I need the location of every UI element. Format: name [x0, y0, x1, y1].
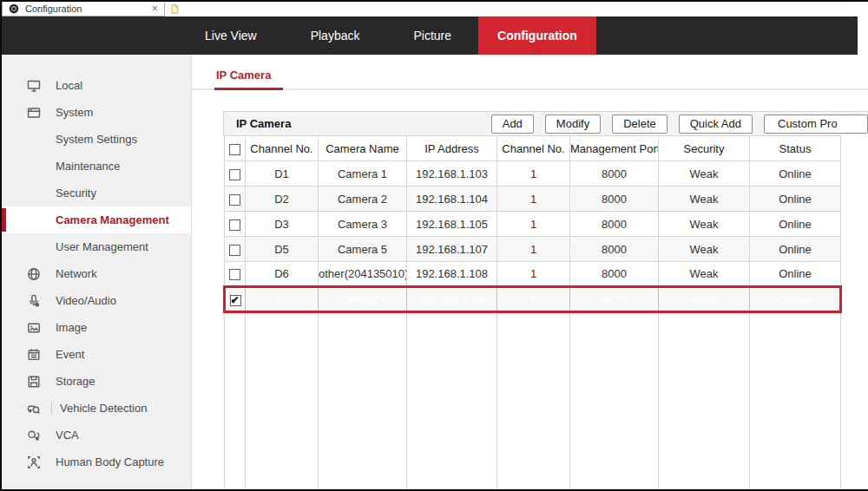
- top-navbar: Live View Playback Picture Configuration: [2, 16, 858, 55]
- nav-item-configuration[interactable]: Configuration: [478, 16, 596, 55]
- vehicle-detection-icon: [26, 401, 43, 416]
- empty-table-area: [225, 312, 841, 491]
- custom-protocol-button[interactable]: Custom Pro: [764, 115, 868, 134]
- sidebar-item-label: Video/Audio: [56, 294, 116, 307]
- active-indicator-bar: [2, 208, 6, 232]
- column-header: IP Address: [407, 136, 497, 161]
- table-cell: 192.168.1.108: [407, 262, 497, 287]
- table-row[interactable]: D2 Camera 2 192.168.1.104 1 8000 Weak On…: [225, 187, 841, 212]
- table-cell: D5: [246, 237, 319, 262]
- column-header: Management Port: [570, 136, 659, 161]
- table-cell: 192.168.1.86: [407, 287, 497, 312]
- sidebar-item-system[interactable]: System: [2, 99, 191, 126]
- table-row[interactable]: D6 other(204135010) 192.168.1.108 1 8000…: [225, 262, 841, 287]
- sidebar-item-network[interactable]: Network: [2, 260, 191, 287]
- column-header: Security: [659, 136, 750, 161]
- row-checkbox[interactable]: [229, 245, 240, 256]
- browser-tab[interactable]: Configuration ×: [2, 2, 165, 16]
- sidebar-item-video-audio[interactable]: Video/Audio: [2, 287, 191, 314]
- nav-item-playback[interactable]: Playback: [284, 16, 387, 55]
- table-cell: 1: [497, 262, 570, 287]
- sidebar-item-image[interactable]: Image: [2, 314, 191, 341]
- table-cell: Camera 3: [319, 212, 407, 237]
- network-icon: [26, 266, 43, 282]
- sidebar-item-event[interactable]: Event: [2, 341, 191, 368]
- tab-ip-camera[interactable]: IP Camera: [214, 69, 283, 90]
- new-tab-page-icon: [170, 3, 180, 15]
- table-cell: 192.168.1.103: [407, 161, 497, 187]
- divider: [51, 402, 52, 415]
- table-row[interactable]: D3 Camera 3 192.168.1.105 1 8000 Weak On…: [225, 212, 841, 237]
- table-cell: Camera 2: [319, 187, 407, 212]
- human-body-capture-icon: [26, 455, 43, 470]
- delete-button[interactable]: Delete: [612, 115, 667, 134]
- table-cell: 192.168.1.105: [407, 212, 497, 237]
- sidebar-item-label: User Management: [56, 240, 148, 253]
- table-cell: 8000: [570, 161, 659, 187]
- table-cell: 8000: [570, 212, 659, 237]
- new-tab-button[interactable]: [165, 2, 184, 16]
- sidebar-item-label: System: [56, 106, 93, 119]
- nav-item-live-view[interactable]: Live View: [178, 16, 284, 55]
- sidebar-item-user-management[interactable]: User Management: [2, 233, 191, 260]
- quick-add-button[interactable]: Quick Add: [679, 115, 753, 134]
- toolbar-buttons: Add Modify Delete Quick Add Custom Pro: [491, 115, 868, 134]
- sidebar-item-vehicle-detection[interactable]: Vehicle Detection: [2, 395, 191, 422]
- site-favicon-icon: [9, 3, 19, 14]
- sidebar-item-maintenance[interactable]: Maintenance: [2, 153, 191, 180]
- table-cell: 8000: [570, 237, 659, 262]
- table-cell: 192.168.1.107: [407, 237, 497, 262]
- main-content: IP Camera IP Camera Add Modify Delete Qu…: [192, 55, 868, 489]
- table-header-row: Channel No. Camera Name IP Address Chann…: [225, 136, 841, 161]
- tab-close-icon[interactable]: ×: [151, 3, 158, 14]
- video-audio-icon: [26, 293, 43, 309]
- image-icon: [26, 320, 43, 336]
- sidebar-item-security[interactable]: Security: [2, 180, 191, 206]
- sidebar-item-label: Human Body Capture: [56, 455, 164, 468]
- ip-camera-panel: IP Camera Add Modify Delete Quick Add Cu…: [223, 111, 868, 491]
- table-cell: other(204135010): [319, 262, 407, 287]
- sidebar-item-label: Storage: [56, 375, 95, 388]
- sidebar-item-local[interactable]: Local: [2, 72, 191, 99]
- table-cell: Weak: [659, 161, 750, 187]
- sidebar-item-label: System Settings: [56, 133, 137, 146]
- table-row[interactable]: D5 Camera 5 192.168.1.107 1 8000 Weak On…: [225, 237, 841, 262]
- table-cell: 8000: [570, 187, 659, 212]
- sidebar-item-storage[interactable]: Storage: [2, 368, 191, 395]
- row-checkbox[interactable]: [229, 194, 240, 206]
- table-cell: Online: [750, 287, 841, 312]
- row-checkbox[interactable]: [229, 169, 240, 180]
- sidebar-item-system-settings[interactable]: System Settings: [2, 126, 191, 153]
- table-cell: Online: [750, 187, 841, 212]
- table-cell: 192.168.1.104: [407, 187, 497, 212]
- column-header: Status: [750, 136, 841, 161]
- select-all-checkbox[interactable]: [229, 144, 240, 155]
- table-cell: D6: [246, 262, 319, 287]
- table-row-selected[interactable]: D7 Camera X 192.168.1.86 1 8000 Weak Onl…: [225, 287, 841, 312]
- sidebar-item-vca[interactable]: VCA: [2, 422, 191, 448]
- content-tab-bar: IP Camera: [192, 55, 868, 90]
- add-button[interactable]: Add: [491, 115, 534, 134]
- ip-camera-table: Channel No. Camera Name IP Address Chann…: [223, 135, 842, 491]
- table-cell: Weak: [659, 212, 750, 237]
- row-checkbox[interactable]: [230, 295, 241, 306]
- sidebar-item-label: Security: [56, 187, 96, 200]
- table-cell: 8000: [570, 262, 659, 287]
- sidebar-item-label: Local: [56, 79, 82, 92]
- table-cell: 1: [497, 212, 570, 237]
- nav-item-picture[interactable]: Picture: [386, 16, 478, 55]
- select-all-cell: [225, 136, 246, 161]
- sidebar-item-camera-management[interactable]: Camera Management: [2, 206, 191, 233]
- panel-title: IP Camera: [236, 117, 291, 130]
- table-cell: Online: [750, 161, 841, 187]
- row-checkbox[interactable]: [229, 269, 240, 280]
- table-toolbar: IP Camera Add Modify Delete Quick Add Cu…: [223, 111, 868, 135]
- modify-button[interactable]: Modify: [545, 115, 601, 134]
- system-icon: [26, 105, 43, 121]
- browser-window: Configuration × Live View Playback Pictu…: [0, 0, 868, 491]
- table-cell: Online: [750, 212, 841, 237]
- column-header: Camera Name: [319, 136, 407, 161]
- sidebar-item-human-body-capture[interactable]: Human Body Capture: [2, 448, 191, 475]
- table-row[interactable]: D1 Camera 1 192.168.1.103 1 8000 Weak On…: [225, 161, 841, 187]
- row-checkbox[interactable]: [229, 219, 240, 231]
